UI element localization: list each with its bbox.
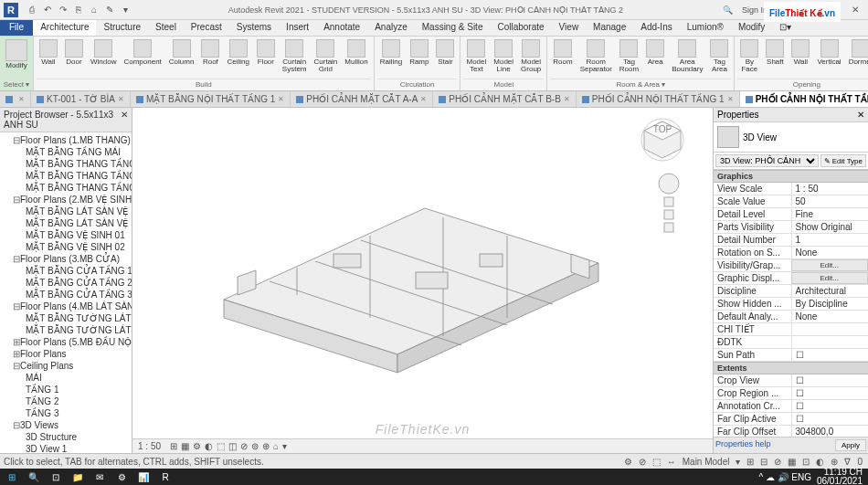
menu-tab-view[interactable]: View xyxy=(552,20,587,36)
ribbon-button-component[interactable]: Component xyxy=(121,38,164,67)
view-cube[interactable]: TOP xyxy=(640,117,685,163)
tree-node[interactable]: MẶT BẰNG CỬA TẦNG 3 xyxy=(0,289,132,300)
qat-button[interactable]: ↷ xyxy=(57,4,69,16)
property-value[interactable]: None xyxy=(791,247,869,258)
document-tab[interactable]: PHỐI CẢNH NỘI THẤT TẦNG 1✕ xyxy=(577,91,740,107)
ribbon-button-room[interactable]: Room xyxy=(550,38,575,67)
tree-node[interactable]: TẦNG 1 xyxy=(0,384,132,395)
qat-button[interactable]: ✎ xyxy=(103,4,116,16)
file-tab[interactable]: File xyxy=(0,20,33,36)
view-control-icon[interactable]: ⊕ xyxy=(260,441,271,451)
property-row[interactable]: Scale Value50 xyxy=(714,195,868,208)
properties-help-link[interactable]: Properties help xyxy=(715,439,771,451)
ribbon-button-tagroom[interactable]: Tag Room xyxy=(617,38,641,74)
tree-node[interactable]: MẶT BẰNG CỬA TẦNG 1 xyxy=(0,265,132,277)
view-control-icon[interactable]: ⊚ xyxy=(249,441,260,451)
ribbon-button-wall[interactable]: Wall xyxy=(37,38,60,67)
taskbar-clock[interactable]: 11:19 CH06/01/2021 xyxy=(813,468,866,485)
property-value[interactable]: By Discipline xyxy=(791,298,869,310)
property-value[interactable]: 1 : 50 xyxy=(791,183,869,195)
close-button[interactable]: ✕ xyxy=(842,0,868,20)
taskbar-item[interactable]: 📊 xyxy=(133,469,153,484)
ribbon-button-modify[interactable]: Modify xyxy=(3,38,30,70)
status-icon[interactable]: Main Model xyxy=(681,457,732,467)
properties-grid[interactable]: GraphicsView Scale1 : 50Scale Value50Det… xyxy=(714,170,868,437)
expand-icon[interactable]: ⊟ xyxy=(13,300,20,312)
tree-node[interactable]: MẶT BẰNG TƯỜNG LÁT SÀN TẦNG 1 xyxy=(0,312,132,324)
taskbar-item[interactable]: ⊞ xyxy=(2,469,22,484)
view-scale[interactable]: 1 : 50 xyxy=(136,441,163,451)
taskbar-item[interactable]: 🔍 xyxy=(24,469,44,484)
property-value[interactable]: 304800,0 xyxy=(791,426,869,437)
tree-node[interactable]: ⊞Floor Plans xyxy=(0,348,132,360)
tab-close-icon[interactable]: ✕ xyxy=(564,95,570,103)
property-value[interactable]: Edit... xyxy=(791,259,869,271)
ribbon-button-area[interactable]: Area xyxy=(643,38,667,67)
ribbon-button-roof[interactable]: Roof xyxy=(198,38,222,67)
property-row[interactable]: DisciplineArchitectural xyxy=(714,285,868,298)
property-row[interactable]: Crop View xyxy=(714,374,868,387)
view-control-icon[interactable]: ⚙ xyxy=(191,441,203,451)
property-row[interactable]: Far Clip Offset304800,0 xyxy=(714,426,868,437)
property-value[interactable] xyxy=(791,413,869,425)
menu-tab-manage[interactable]: Manage xyxy=(586,20,633,36)
status-icon[interactable]: ↔ xyxy=(665,457,678,467)
property-value[interactable] xyxy=(791,323,869,335)
property-group-header[interactable]: Extents xyxy=(714,362,868,374)
status-icon[interactable]: ◐ xyxy=(814,457,826,467)
view-control-icon[interactable]: ▾ xyxy=(281,441,289,451)
ribbon-button-modelline[interactable]: Model Line xyxy=(491,38,516,74)
ribbon-button-curtaingrid[interactable]: Curtain Grid xyxy=(312,38,341,74)
tree-node[interactable]: 3D Structure xyxy=(0,431,132,443)
tree-node[interactable]: MẶT BẰNG THANG TẦNG 3-4 xyxy=(0,182,132,194)
ribbon-button-vertical[interactable]: Vertical xyxy=(814,38,843,67)
qat-button[interactable]: ⌂ xyxy=(88,4,101,16)
menu-tab-structure[interactable]: Structure xyxy=(96,20,148,36)
tree-node[interactable]: MẶT BẰNG TẦNG MÁI xyxy=(0,146,132,158)
tab-close-icon[interactable]: ✕ xyxy=(18,95,25,103)
tree-node[interactable]: MẶT BẰNG CỬA TẦNG 2 xyxy=(0,277,132,289)
tab-close-icon[interactable]: ✕ xyxy=(420,95,427,103)
ribbon-button-floor[interactable]: Floor xyxy=(254,38,278,67)
status-icon[interactable]: ▾ xyxy=(734,457,742,467)
browser-tree[interactable]: ⊟Floor Plans (1.MB THANG)MẶT BẰNG TẦNG M… xyxy=(0,132,132,453)
status-icon[interactable]: ⊟ xyxy=(758,457,769,467)
edit-type-button[interactable]: ✎ Edit Type xyxy=(820,154,866,167)
menu-tab-systems[interactable]: Systems xyxy=(229,20,279,36)
status-icon[interactable]: 0 xyxy=(855,457,864,467)
expand-icon[interactable]: ⊟ xyxy=(13,134,20,146)
menu-tab-lumion[interactable]: Lumion® xyxy=(680,20,731,36)
property-row[interactable]: Detail Number1 xyxy=(714,234,868,247)
property-row[interactable]: Far Clip Active xyxy=(714,413,868,426)
view-control-icon[interactable]: ⬚ xyxy=(215,441,227,451)
tree-node[interactable]: MẶT BẰNG LÁT SÀN VỆ SINH 01 xyxy=(0,206,132,217)
ribbon-button-wall[interactable]: Wall xyxy=(789,38,812,67)
ribbon-button-window[interactable]: Window xyxy=(88,38,119,67)
menu-tab-steel[interactable]: Steel xyxy=(148,20,184,36)
taskbar-item[interactable]: R xyxy=(155,469,175,484)
menu-tab-architecture[interactable]: Architecture xyxy=(33,20,96,36)
status-icon[interactable]: ⊘ xyxy=(637,457,648,467)
property-value[interactable]: 1 xyxy=(791,234,869,246)
ribbon-button-column[interactable]: Column xyxy=(166,38,197,67)
status-icon[interactable]: ∇ xyxy=(842,457,852,467)
property-row[interactable]: Visibility/Grap...Edit... xyxy=(714,259,868,272)
property-value[interactable] xyxy=(791,387,869,399)
tray-icon[interactable]: ☁ xyxy=(766,472,775,482)
property-value[interactable]: 50 xyxy=(791,195,869,207)
property-row[interactable]: Annotation Cr... xyxy=(714,400,868,413)
property-value[interactable] xyxy=(791,336,869,348)
menu-tab-addins[interactable]: Add-Ins xyxy=(633,20,679,36)
tree-node[interactable]: MẶT BẰNG VỆ SINH 01 xyxy=(0,229,132,241)
property-value[interactable]: Show Original xyxy=(791,221,869,233)
property-row[interactable]: CHI TIẾT xyxy=(714,323,868,336)
tray-icon[interactable]: 🔊 xyxy=(778,472,789,482)
expand-icon[interactable]: ⊞ xyxy=(13,336,20,348)
tree-node[interactable]: ⊟Floor Plans (3.MB CỬA) xyxy=(0,253,132,265)
status-icon[interactable]: ⚙ xyxy=(622,457,634,467)
property-row[interactable]: ĐDTK xyxy=(714,336,868,349)
property-row[interactable]: Graphic Displ...Edit... xyxy=(714,272,868,285)
property-row[interactable]: Rotation on S...None xyxy=(714,247,868,259)
document-tab[interactable]: ✕ xyxy=(0,91,31,107)
tree-node[interactable]: MẶT BẰNG THANG TẦNG 1-2 xyxy=(0,158,132,170)
